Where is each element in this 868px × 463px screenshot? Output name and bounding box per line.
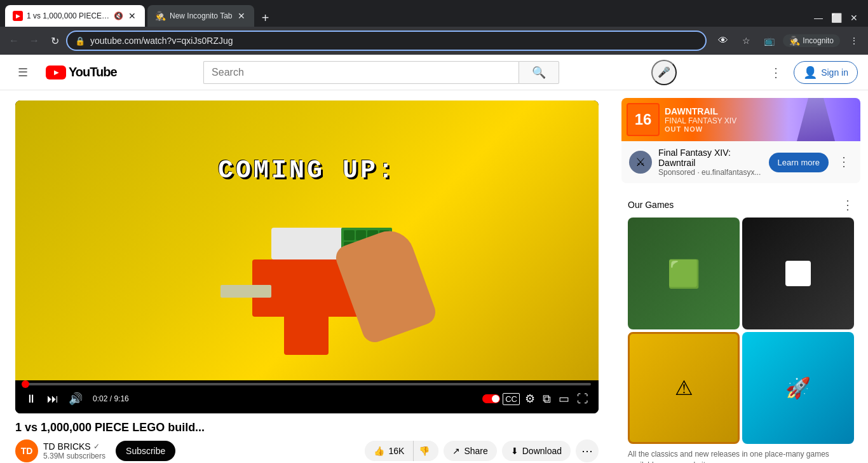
browser-toolbar-right: 👁 ☆ 📺 🕵 Incognito ⋮ [714, 32, 863, 50]
progress-fill [23, 383, 25, 385]
ff-character [797, 98, 835, 141]
game-roblox-icon[interactable] [742, 218, 854, 329]
autoplay-toggle[interactable] [482, 394, 500, 403]
tab-incognito-close[interactable]: ✕ [236, 11, 247, 21]
ff-ad: 16 DAWNTRAIL FINAL FANTASY XIV OUT NOW F… [621, 98, 860, 183]
ff-rating-badge: 16 [627, 103, 660, 136]
tab-incognito[interactable]: 🕵 New Incognito Tab ✕ [147, 5, 254, 27]
like-button[interactable]: 👍 16K [365, 441, 414, 461]
volume-icon: 🔊 [69, 392, 83, 406]
like-dislike-group: 👍 16K 👎 [365, 441, 438, 461]
toggle-track [482, 394, 500, 403]
more-actions-button[interactable]: ⋯ [576, 439, 599, 462]
maximize-button[interactable]: ⬜ [827, 9, 845, 27]
close-window-button[interactable]: ✕ [845, 9, 863, 27]
video-title: 1 vs 1,000,000 PIECE LEGO build... [15, 421, 599, 434]
bookmark-star-icon[interactable]: ☆ [737, 32, 755, 50]
signin-button[interactable]: 👤 Sign in [794, 61, 858, 84]
tab-youtube-close[interactable]: ✕ [127, 11, 137, 21]
tab-youtube-favicon: ▶ [13, 11, 23, 21]
address-bar-wrapper: 🔒 [66, 31, 707, 51]
new-tab-button[interactable]: + [257, 9, 275, 27]
incognito-label: Incognito [803, 36, 834, 45]
back-button[interactable]: ← [5, 32, 23, 50]
tab-youtube-title: 1 vs 1,000,000 PIECE LEGO... [27, 11, 110, 20]
time-display: 0:02 / 9:16 [93, 394, 129, 403]
svg-rect-0 [785, 261, 811, 286]
ff-ad-text: Final Fantasy XIV: Dawntrail Sponsored ·… [658, 148, 763, 177]
settings-button[interactable]: ⚙ [522, 389, 538, 408]
game-yellow-icon[interactable]: ⚠ [628, 332, 740, 444]
share-button[interactable]: ↗ Share [444, 441, 496, 461]
controls-right: CC ⚙ ⧉ ▭ ⛶ [482, 389, 591, 408]
share-icon: ↗ [452, 446, 460, 456]
toggle-knob [492, 395, 499, 403]
security-icon: 🔒 [75, 36, 85, 46]
channel-details: TD BRICKS ✓ 5.39M subscribers [43, 441, 105, 460]
youtube-header: ☰ YouTube 🔍 🎤 ⋮ 👤 Sign in [0, 55, 868, 90]
miniplayer-button[interactable]: ⧉ [540, 390, 553, 408]
search-icon: 🔍 [532, 66, 546, 79]
video-actions-row: TD TD BRICKS ✓ 5.39M subscribers Subscri… [15, 439, 599, 462]
ff-ad-more-button[interactable]: ⋮ [835, 153, 853, 170]
address-bar[interactable] [90, 36, 698, 46]
channel-avatar[interactable]: TD [15, 439, 38, 462]
video-info: 1 vs 1,000,000 PIECE LEGO build... TD TD… [15, 413, 599, 463]
channel-info: TD TD BRICKS ✓ 5.39M subscribers Subscri… [15, 439, 175, 462]
ff-ad-banner[interactable]: 16 DAWNTRAIL FINAL FANTASY XIV OUT NOW [621, 98, 860, 141]
next-button[interactable]: ⏭ [44, 390, 61, 408]
game-creeper-icon[interactable]: 🟩 [628, 218, 740, 329]
user-icon: 👤 [803, 66, 817, 79]
video-player: COMING UP: [15, 100, 599, 413]
games-icons-grid: 🟩 ⚠ 🚀 [628, 218, 854, 444]
tab-youtube[interactable]: ▶ 1 vs 1,000,000 PIECE LEGO... 🔇 ✕ [5, 5, 145, 27]
search-input[interactable] [203, 61, 519, 84]
subscribe-button[interactable]: Subscribe [116, 441, 175, 461]
yt-search-bar: 🔍 [203, 61, 559, 84]
fullscreen-button[interactable]: ⛶ [574, 390, 591, 408]
share-label: Share [464, 446, 487, 456]
window-controls-group: — ⬜ ✕ [810, 9, 863, 27]
dislike-button[interactable]: 👎 [414, 441, 438, 461]
controls-row: ⏸ ⏭ 🔊 0:02 / 9:16 [23, 389, 591, 408]
play-pause-button[interactable]: ⏸ [23, 390, 39, 408]
learn-more-button[interactable]: Learn more [769, 153, 829, 172]
browser-chrome: ▶ 1 vs 1,000,000 PIECE LEGO... 🔇 ✕ 🕵 New… [0, 0, 868, 55]
yt-logo[interactable]: YouTube [46, 65, 117, 79]
ff-ad-info: Final Fantasy XIV: Dawntrail Sponsored ·… [621, 141, 860, 183]
theater-button[interactable]: ▭ [556, 389, 572, 408]
refresh-icon: ↻ [51, 35, 59, 47]
extensions-button[interactable]: ⋮ [845, 32, 863, 50]
voice-search-button[interactable]: 🎤 [651, 60, 677, 85]
dislike-icon: 👎 [419, 446, 430, 456]
channel-subscribers: 5.39M subscribers [43, 452, 105, 460]
like-icon: 👍 [374, 446, 384, 456]
minimize-button[interactable]: — [810, 9, 827, 27]
download-icon: ⬇ [511, 446, 519, 456]
progress-bar[interactable] [23, 383, 591, 385]
yt-more-button[interactable]: ⋮ [763, 60, 789, 85]
game-blue-icon[interactable]: 🚀 [742, 332, 854, 444]
video-frame[interactable]: COMING UP: [15, 100, 599, 380]
back-icon: ← [9, 35, 19, 46]
search-button[interactable]: 🔍 [519, 61, 559, 84]
games-ad: Our Games ⋮ 🟩 ⚠ 🚀 [621, 191, 860, 463]
yt-main-content: COMING UP: [0, 90, 868, 463]
action-buttons: 👍 16K 👎 ↗ Share [365, 439, 599, 462]
profile-button[interactable]: 🕵 Incognito [783, 34, 840, 47]
tab-incognito-icon: 🕵 [155, 11, 166, 21]
captions-button[interactable]: CC [503, 393, 520, 405]
refresh-button[interactable]: ↻ [46, 32, 64, 50]
media-button[interactable]: 📺 [760, 32, 778, 50]
mic-icon: 🎤 [658, 66, 670, 78]
download-button[interactable]: ⬇ Download [502, 441, 571, 461]
next-icon: ⏭ [47, 392, 58, 406]
games-ad-more[interactable]: ⋮ [841, 197, 854, 212]
tab-youtube-mute-icon[interactable]: 🔇 [114, 11, 123, 20]
volume-button[interactable]: 🔊 [66, 389, 85, 408]
forward-button[interactable]: → [25, 32, 43, 50]
ff-channel-name[interactable]: Final Fantasy XIV: Dawntrail [658, 148, 763, 168]
yt-menu-button[interactable]: ☰ [10, 60, 36, 85]
channel-name[interactable]: TD BRICKS ✓ [43, 441, 105, 452]
forward-icon: → [29, 35, 39, 46]
